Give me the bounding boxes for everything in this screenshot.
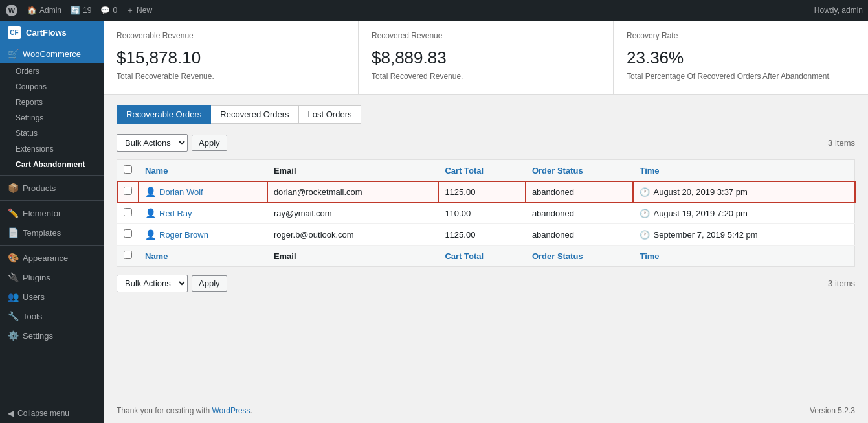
td-order-status-3: abandoned xyxy=(526,224,634,246)
user-avatar-3: 👤 xyxy=(145,229,156,240)
sidebar-item-orders[interactable]: Orders xyxy=(3,63,104,79)
row-checkbox-3[interactable] xyxy=(124,229,132,238)
bulk-row-bottom: Bulk Actions Apply 3 items xyxy=(117,275,855,292)
td-cart-total-3: 1125.00 xyxy=(438,224,526,246)
wp-link[interactable]: WordPress xyxy=(212,406,250,415)
updates-count: 19 xyxy=(83,6,91,15)
td-name-2: 👤 Red Ray xyxy=(139,203,267,224)
sidebar-item-users[interactable]: 👥 Users xyxy=(0,287,104,306)
td-email-footer: Email xyxy=(267,246,438,267)
stat-value-rate: 23.36% xyxy=(627,48,855,68)
table-row: 👤 Red Ray ray@ymail.com 110.00 abandoned… xyxy=(117,203,855,224)
apply-button-bottom[interactable]: Apply xyxy=(192,275,227,292)
td-order-status-1: abandoned xyxy=(526,181,634,203)
collapse-menu-item[interactable]: ◀ Collapse menu xyxy=(0,404,104,423)
howdy-text: Howdy, admin xyxy=(814,6,863,15)
new-item[interactable]: ＋ New xyxy=(126,5,152,16)
tab-recovered-orders[interactable]: Recovered Orders xyxy=(210,105,298,124)
settings-main-label: Settings xyxy=(23,331,53,341)
sidebar-item-appearance[interactable]: 🎨 Appearance xyxy=(0,248,104,268)
wp-logo-item[interactable]: W xyxy=(5,4,18,17)
sidebar-item-extensions[interactable]: Extensions xyxy=(3,141,104,157)
tabs-section: Recoverable Orders Recovered Orders Lost… xyxy=(104,95,868,124)
admin-label: Admin xyxy=(39,6,61,15)
td-order-status-footer: Order Status xyxy=(526,246,634,267)
products-label: Products xyxy=(23,183,56,193)
main-content: Recoverable Revenue $15,878.10 Total Rec… xyxy=(104,21,868,423)
sidebar-item-products[interactable]: 📦 Products xyxy=(0,178,104,198)
sidebar-item-reports[interactable]: Reports xyxy=(3,95,104,110)
cartflows-label: CartFlows xyxy=(26,28,67,38)
select-all-checkbox-footer[interactable] xyxy=(124,251,132,259)
th-name: Name xyxy=(139,160,267,181)
sidebar-item-woocommerce[interactable]: 🛒 WooCommerce xyxy=(0,44,104,63)
user-avatar-2: 👤 xyxy=(145,208,156,218)
user-link-1[interactable]: 👤 Dorian Wolf xyxy=(145,187,261,197)
th-cart-total: Cart Total xyxy=(438,160,526,181)
admin-item[interactable]: 🏠 Admin xyxy=(27,6,61,15)
items-count-bottom: 3 items xyxy=(828,279,855,288)
user-avatar-1: 👤 xyxy=(145,187,156,197)
sidebar-item-plugins[interactable]: 🔌 Plugins xyxy=(0,268,104,287)
sidebar-item-settings[interactable]: Settings xyxy=(3,110,104,126)
td-name-footer: Name xyxy=(139,246,267,267)
apply-button-top[interactable]: Apply xyxy=(192,135,227,151)
tab-recoverable-orders[interactable]: Recoverable Orders xyxy=(117,105,211,124)
time-text-1: August 20, 2019 3:37 pm xyxy=(653,187,747,197)
house-icon: 🏠 xyxy=(27,6,37,15)
table-row: 👤 Roger Brown roger.b@outlook.com 1125.0… xyxy=(117,224,855,246)
td-checkbox-footer xyxy=(117,246,139,267)
sidebar-item-status[interactable]: Status xyxy=(3,126,104,141)
appearance-icon: 🎨 xyxy=(8,253,19,263)
items-count-top: 3 items xyxy=(828,138,855,148)
new-label: New xyxy=(137,6,152,15)
sidebar-item-templates[interactable]: 📄 Templates xyxy=(0,223,104,242)
user-link-3[interactable]: 👤 Roger Brown xyxy=(145,229,261,240)
extensions-label: Extensions xyxy=(16,144,54,154)
sidebar-item-tools[interactable]: 🔧 Tools xyxy=(0,306,104,326)
woocommerce-label: WooCommerce xyxy=(23,49,81,59)
version-text: Version 5.2.3 xyxy=(810,406,855,415)
sidebar-item-settings-main[interactable]: ⚙️ Settings xyxy=(0,326,104,345)
comments-item[interactable]: 💬 0 xyxy=(100,6,117,15)
td-email-3: roger.b@outlook.com xyxy=(267,224,438,246)
td-cart-total-2: 110.00 xyxy=(438,203,526,224)
td-cart-total-footer: Cart Total xyxy=(438,246,526,267)
stats-row: Recoverable Revenue $15,878.10 Total Rec… xyxy=(104,21,868,95)
bulk-row-top: Bulk Actions Apply 3 items xyxy=(117,134,855,152)
stat-card-recoverable: Recoverable Revenue $15,878.10 Total Rec… xyxy=(104,21,359,94)
updates-item[interactable]: 🔄 19 xyxy=(71,6,91,15)
sidebar-item-elementor[interactable]: ✏️ Elementor xyxy=(0,203,104,223)
row-checkbox-1[interactable] xyxy=(124,187,132,195)
table-header-row: Name Email Cart Total Order Status Time xyxy=(117,160,855,181)
td-time-2: 🕐 August 19, 2019 7:20 pm xyxy=(633,203,854,224)
sidebar-divider-3 xyxy=(0,245,104,246)
collapse-icon: ◀ xyxy=(8,409,14,418)
stat-value-recoverable: $15,878.10 xyxy=(117,48,345,68)
sidebar-item-coupons[interactable]: Coupons xyxy=(3,79,104,95)
tab-lost-orders[interactable]: Lost Orders xyxy=(298,105,362,124)
bulk-actions-select-bottom[interactable]: Bulk Actions xyxy=(117,275,188,292)
cartflows-brand[interactable]: CF CartFlows xyxy=(0,21,104,44)
time-text-2: August 19, 2019 7:20 pm xyxy=(653,209,747,218)
users-label: Users xyxy=(23,292,45,302)
row-checkbox-2[interactable] xyxy=(124,208,132,216)
stat-desc-rate: Total Percentage Of Recovered Orders Aft… xyxy=(627,72,855,81)
settings-woo-label: Settings xyxy=(16,113,43,122)
wp-logo-icon: W xyxy=(5,4,18,17)
templates-label: Templates xyxy=(23,228,61,238)
sidebar-item-cart-abandonment[interactable]: Cart Abandonment xyxy=(3,157,104,172)
bulk-actions-select-top[interactable]: Bulk Actions xyxy=(117,134,188,152)
page-footer: Thank you for creating with WordPress. V… xyxy=(104,398,868,423)
plugins-label: Plugins xyxy=(23,273,50,282)
woo-icon: 🛒 xyxy=(8,49,19,59)
user-link-2[interactable]: 👤 Red Ray xyxy=(145,208,261,218)
td-name-3: 👤 Roger Brown xyxy=(139,224,267,246)
updates-icon: 🔄 xyxy=(71,6,80,15)
sidebar-divider-2 xyxy=(0,200,104,201)
bulk-row-left-top: Bulk Actions Apply xyxy=(117,134,227,152)
elementor-icon: ✏️ xyxy=(8,208,19,218)
sidebar-divider-1 xyxy=(0,175,104,176)
select-all-checkbox[interactable] xyxy=(124,165,132,174)
clock-icon-3: 🕐 xyxy=(640,230,650,240)
